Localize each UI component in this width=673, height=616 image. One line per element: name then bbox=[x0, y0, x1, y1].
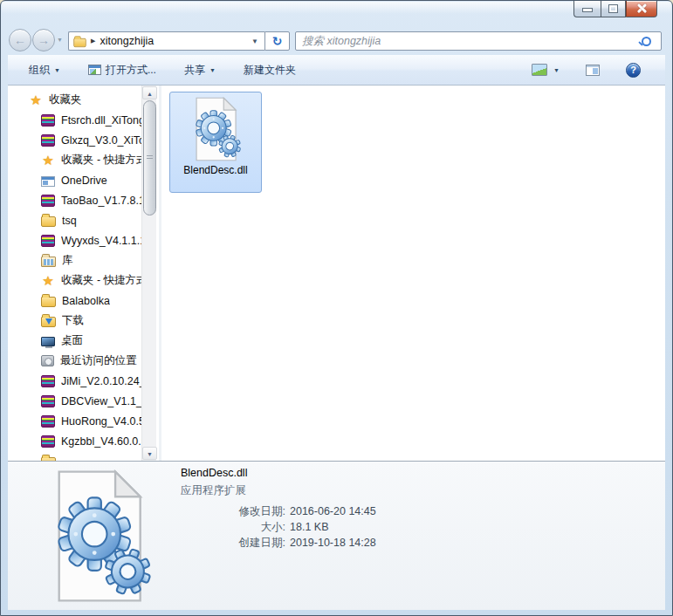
share-label: 共享 bbox=[184, 63, 205, 78]
sidebar-item-label: 收藏夹 - 快捷方式 bbox=[61, 273, 141, 288]
scroll-up-button[interactable]: ▲ bbox=[142, 86, 157, 99]
forward-button[interactable]: → bbox=[32, 29, 55, 51]
details-field-size: 大小: 18.1 KB bbox=[181, 519, 376, 535]
sidebar-item-label: 收藏夹 - 快捷方式 bbox=[61, 153, 141, 168]
sidebar-item[interactable]: Glxzq_V3.0_XiTo bbox=[8, 130, 141, 150]
sidebar-item-partial[interactable] bbox=[8, 451, 141, 461]
sidebar-item[interactable]: JiMi_V2.0.10.24_ bbox=[8, 371, 141, 391]
preview-pane-button[interactable] bbox=[579, 61, 607, 79]
refresh-button[interactable]: ↻ bbox=[264, 31, 290, 51]
chevron-down-icon: ▼ bbox=[251, 38, 258, 45]
command-bar: 组织 ▼ 打开方式... 共享 ▼ 新建文件夹 ▼ bbox=[8, 55, 665, 86]
search-input[interactable] bbox=[296, 33, 642, 49]
new-folder-label: 新建文件夹 bbox=[244, 63, 296, 78]
sidebar-item-label: TaoBao_V1.7.8.1 bbox=[61, 195, 141, 207]
recent-places-icon bbox=[41, 355, 54, 366]
sidebar-item[interactable]: 最近访问的位置 bbox=[8, 351, 141, 371]
back-button[interactable]: ← bbox=[9, 29, 31, 51]
sidebar-item[interactable]: Wyyxds_V4.1.1.1 bbox=[8, 230, 141, 250]
file-item-blenddesc-dll[interactable]: BlendDesc.dll bbox=[169, 92, 262, 193]
rar-archive-icon bbox=[41, 114, 55, 127]
scroll-down-button[interactable]: ▼ bbox=[142, 447, 157, 460]
sidebar-item[interactable]: ★收藏夹 - 快捷方式 bbox=[8, 270, 141, 291]
library-icon bbox=[41, 257, 56, 267]
history-dropdown[interactable]: ▼ bbox=[57, 37, 63, 43]
file-list-pane[interactable]: BlendDesc.dll bbox=[161, 86, 665, 461]
window-controls bbox=[573, 1, 657, 17]
sidebar-item-label: JiMi_V2.0.10.24_ bbox=[61, 375, 141, 387]
minimize-button[interactable] bbox=[573, 1, 601, 17]
sidebar-item[interactable]: TaoBao_V1.7.8.1 bbox=[8, 190, 141, 210]
rar-archive-icon bbox=[41, 235, 55, 247]
sidebar-item[interactable]: HuoRong_V4.0.5 bbox=[8, 411, 141, 431]
organize-label: 组织 bbox=[29, 63, 50, 78]
sidebar-item[interactable]: 库 bbox=[8, 250, 141, 270]
onedrive-icon bbox=[41, 176, 55, 187]
address-dropdown-button[interactable]: ▼ bbox=[245, 38, 264, 45]
refresh-icon: ↻ bbox=[272, 34, 283, 48]
sidebar-item[interactable]: OneDrive bbox=[8, 170, 141, 190]
breadcrumb-arrow-icon: ▶ bbox=[91, 38, 95, 44]
chevron-down-icon: ▼ bbox=[553, 67, 560, 73]
maximize-button[interactable] bbox=[601, 1, 626, 17]
sidebar-item-label: 下载 bbox=[62, 313, 84, 328]
details-file-type: 应用程序扩展 bbox=[181, 483, 376, 498]
sidebar-item-label: 桌面 bbox=[61, 333, 83, 348]
scrollbar-thumb[interactable] bbox=[143, 100, 156, 216]
share-button[interactable]: 共享 ▼ bbox=[177, 59, 223, 81]
file-name-label: BlendDesc.dll bbox=[183, 164, 247, 176]
maximize-icon bbox=[609, 5, 617, 12]
organize-button[interactable]: 组织 ▼ bbox=[22, 59, 67, 81]
preview-pane-icon bbox=[586, 65, 600, 76]
sidebar-item[interactable]: Balabolka bbox=[8, 291, 141, 311]
sidebar-item[interactable]: DBCView_V1.1_X bbox=[8, 391, 141, 411]
chevron-down-icon: ▼ bbox=[57, 37, 63, 43]
field-value: 2019-10-18 14:28 bbox=[290, 535, 376, 551]
sidebar-item-label: HuoRong_V4.0.5 bbox=[61, 415, 141, 428]
new-folder-button[interactable]: 新建文件夹 bbox=[237, 59, 303, 81]
star-icon: ★ bbox=[29, 93, 43, 107]
sidebar-item[interactable]: Ftsrch.dll_XiTong bbox=[8, 110, 141, 130]
help-button[interactable]: ? bbox=[619, 59, 648, 81]
field-label: 修改日期: bbox=[181, 503, 285, 519]
sidebar-item[interactable]: 桌面 bbox=[8, 331, 141, 351]
sidebar-item-label: 库 bbox=[62, 253, 73, 268]
star-icon: ★ bbox=[41, 274, 55, 288]
rar-archive-icon bbox=[41, 195, 55, 207]
forward-icon: → bbox=[38, 33, 50, 47]
open-with-label: 打开方式... bbox=[106, 63, 156, 78]
sidebar-item-label: OneDrive bbox=[61, 175, 107, 187]
address-bar[interactable]: ▶ xitongzhijia ▼ bbox=[68, 31, 264, 51]
sidebar-group-favorites[interactable]: ★ 收藏夹 bbox=[8, 90, 141, 110]
open-with-button[interactable]: 打开方式... bbox=[81, 59, 163, 81]
scroll-up-icon: ▲ bbox=[147, 91, 153, 97]
field-value: 2016-06-20 14:45 bbox=[290, 503, 376, 519]
folder-icon bbox=[41, 216, 56, 227]
search-box bbox=[295, 31, 662, 51]
address-path[interactable]: xitongzhijia bbox=[100, 35, 154, 47]
field-value: 18.1 KB bbox=[290, 519, 328, 535]
close-button[interactable] bbox=[626, 1, 657, 17]
sidebar-item-label: Ftsrch.dll_XiTong bbox=[61, 114, 141, 127]
downloads-icon bbox=[41, 317, 56, 327]
sidebar-item[interactable]: 下载 bbox=[8, 311, 141, 331]
rar-archive-icon bbox=[41, 395, 55, 407]
sidebar-scrollbar[interactable]: ▲ ▼ bbox=[141, 86, 156, 461]
sidebar-item-label: DBCView_V1.1_X bbox=[61, 395, 141, 407]
navigation-bar: ← → ▼ ▶ xitongzhijia ▼ ↻ bbox=[1, 25, 672, 55]
chevron-down-icon: ▼ bbox=[54, 67, 60, 73]
open-with-icon bbox=[88, 65, 101, 75]
sidebar-item[interactable]: tsq bbox=[8, 210, 141, 230]
favorites-label: 收藏夹 bbox=[49, 92, 82, 107]
sidebar-item[interactable]: Kgzbbl_V4.60.0.5 bbox=[8, 431, 141, 451]
details-file-name: BlendDesc.dll bbox=[181, 467, 376, 479]
navigation-pane: ★ 收藏夹 Ftsrch.dll_XiTong Glxzq_V3.0_XiTo … bbox=[8, 86, 161, 461]
field-label: 大小: bbox=[181, 519, 285, 535]
minimize-icon bbox=[583, 9, 592, 11]
rar-archive-icon bbox=[41, 435, 55, 448]
breadcrumb[interactable]: ▶ xitongzhijia bbox=[69, 35, 245, 48]
sidebar-item[interactable]: ★收藏夹 - 快捷方式 bbox=[8, 150, 141, 170]
views-button[interactable]: ▼ bbox=[525, 60, 567, 79]
field-label: 创建日期: bbox=[181, 535, 285, 551]
sidebar-item-label: 最近访问的位置 bbox=[60, 353, 137, 368]
